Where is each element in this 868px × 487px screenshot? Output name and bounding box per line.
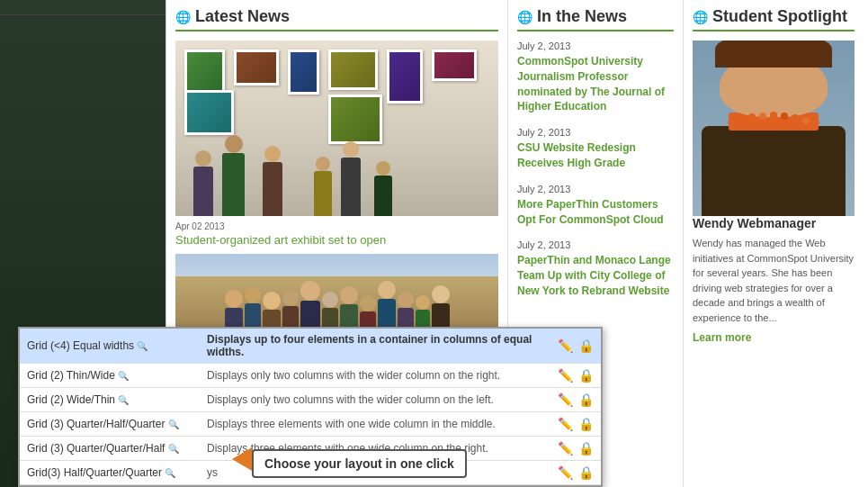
layout-name-0: Grid (<4) Equal widths 🔍 (20, 329, 200, 364)
news-item-2-date: July 2, 2013 (517, 127, 674, 138)
globe-icon: 🌐 (175, 10, 191, 24)
edit-icon-0[interactable]: ✏️ (558, 338, 573, 353)
spotlight-column: 🌐 Student Spotlight Wendy Webmanager Wen… (684, 0, 864, 487)
news-item-3-date: July 2, 2013 (517, 184, 674, 194)
in-news-header: 🌐 In the News (517, 7, 674, 32)
news-item-4: July 2, 2013 PaperThin and Monaco Lange … (517, 239, 674, 298)
spotlight-learn-more[interactable]: Learn more (693, 331, 751, 344)
group-photo (175, 254, 498, 335)
lock-icon-3[interactable]: 🔒 (578, 417, 594, 431)
spotlight-photo (693, 41, 855, 216)
edit-icon-4[interactable]: ✏️ (558, 441, 573, 455)
layout-name-3: Grid (3) Quarter/Half/Quarter 🔍 (20, 412, 200, 437)
layout-desc-3: Displays three elements with one wide co… (200, 412, 548, 437)
spotlight-title: Student Spotlight (712, 7, 847, 26)
layout-row-3[interactable]: Grid (3) Quarter/Half/Quarter 🔍 Displays… (20, 412, 601, 437)
search-icon-4[interactable]: 🔍 (168, 444, 179, 454)
news-item-2: July 2, 2013 CSU Website Redesign Receiv… (517, 127, 674, 171)
search-icon-2[interactable]: 🔍 (118, 395, 129, 405)
in-news-globe-icon: 🌐 (517, 10, 532, 24)
lock-icon-2[interactable]: 🔒 (578, 392, 594, 407)
spotlight-globe-icon: 🌐 (693, 10, 708, 24)
in-news-title: In the News (537, 7, 627, 26)
tooltip-text: Choose your layout in one click (264, 456, 454, 471)
layout-name-1: Grid (2) Thin/Wide 🔍 (20, 364, 200, 388)
news-item-1-link[interactable]: CommonSpot University Journalism Profess… (517, 55, 665, 113)
layout-desc-2: Displays only two columns with the wider… (200, 388, 548, 412)
layout-actions-2: ✏️ 🔒 (548, 388, 601, 412)
search-icon-1[interactable]: 🔍 (118, 371, 129, 381)
edit-icon-5[interactable]: ✏️ (558, 465, 573, 480)
layout-actions-1: ✏️ 🔒 (548, 364, 601, 388)
layout-actions-0: ✏️ 🔒 (548, 329, 601, 364)
news-item-1-date: July 2, 2013 (517, 41, 674, 51)
layout-actions-4: ✏️ 🔒 (548, 437, 601, 461)
lock-icon-0[interactable]: 🔒 (578, 338, 594, 353)
spotlight-bio: Wendy has managed the Web initiatives at… (693, 236, 855, 325)
layout-row-0[interactable]: Grid (<4) Equal widths 🔍 Displays up to … (20, 329, 601, 364)
tooltip-balloon: Choose your layout in one click (252, 449, 467, 478)
news-item-3: July 2, 2013 More PaperThin Customers Op… (517, 184, 674, 228)
news-item-4-date: July 2, 2013 (517, 239, 674, 250)
layout-row-2[interactable]: Grid (2) Wide/Thin 🔍 Displays only two c… (20, 388, 601, 412)
layout-name-5: Grid(3) Half/Quarter/Quarter 🔍 (20, 461, 200, 485)
layout-desc-1: Displays only two columns with the wider… (200, 364, 548, 388)
layout-actions-5: ✏️ 🔒 (548, 461, 601, 485)
edit-icon-2[interactable]: ✏️ (558, 392, 573, 407)
spotlight-name: Wendy Webmanager (693, 216, 855, 230)
news-item-3-link[interactable]: More PaperThin Customers Opt For CommonS… (517, 198, 664, 226)
news-item-1: July 2, 2013 CommonSpot University Journ… (517, 41, 674, 114)
lock-icon-1[interactable]: 🔒 (578, 368, 594, 383)
search-icon-3[interactable]: 🔍 (168, 419, 179, 429)
news-item-2-link[interactable]: CSU Website Redesign Receives High Grade (517, 141, 636, 169)
edit-icon-3[interactable]: ✏️ (558, 417, 573, 431)
spotlight-header: 🌐 Student Spotlight (693, 7, 855, 32)
edit-icon-1[interactable]: ✏️ (558, 368, 573, 383)
layout-row-1[interactable]: Grid (2) Thin/Wide 🔍 Displays only two c… (20, 364, 601, 388)
orange-arrow (232, 447, 252, 471)
layout-name-2: Grid (2) Wide/Thin 🔍 (20, 388, 200, 412)
latest-news-title: Latest News (195, 7, 290, 26)
lock-icon-4[interactable]: 🔒 (578, 441, 594, 455)
latest-news-header: 🌐 Latest News (175, 7, 498, 32)
search-icon-5[interactable]: 🔍 (165, 468, 175, 478)
article1-date: Apr 02 2013 (175, 221, 498, 231)
lock-icon-5[interactable]: 🔒 (578, 465, 594, 480)
search-icon-0[interactable]: 🔍 (137, 341, 148, 351)
layout-name-4: Grid (3) Quarter/Quarter/Half 🔍 (20, 437, 200, 461)
news-item-4-link[interactable]: PaperThin and Monaco Lange Team Up with … (517, 254, 671, 297)
gallery-image (175, 41, 498, 216)
layout-desc-0: Displays up to four elements in a contai… (200, 329, 548, 364)
article1-link[interactable]: Student-organized art exhibit set to ope… (175, 233, 498, 247)
layout-actions-3: ✏️ 🔒 (548, 412, 601, 437)
